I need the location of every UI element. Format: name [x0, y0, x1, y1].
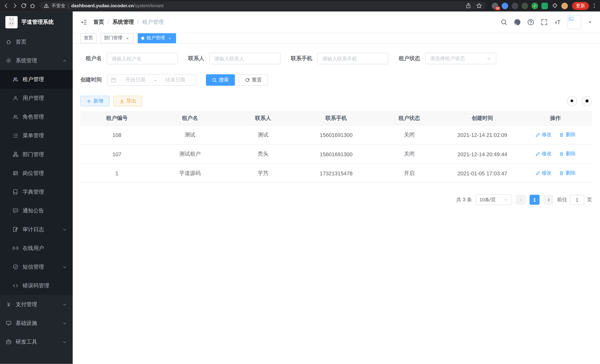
edit-icon	[535, 170, 540, 176]
refresh-table-icon[interactable]	[582, 96, 592, 106]
sidebar-item-notice[interactable]: 通知公告	[0, 201, 73, 220]
sidebar-item-online-users[interactable]: 在线用户	[0, 239, 73, 258]
next-page-button[interactable]	[544, 195, 553, 205]
list-icon	[13, 133, 18, 139]
caret-down-icon[interactable]	[588, 20, 592, 24]
extension-icon-5[interactable]	[541, 2, 548, 9]
sidebar-item-dev-tools[interactable]: 研发工具	[0, 332, 73, 351]
sidebar-item-error-code[interactable]: 错误码管理	[0, 276, 73, 295]
tab-label: 首页	[84, 35, 93, 41]
field-label: 联系人	[188, 55, 205, 62]
export-button[interactable]: 导出	[113, 96, 142, 106]
forward-icon[interactable]	[12, 3, 18, 9]
breadcrumb-home[interactable]: 首页	[93, 19, 104, 25]
breadcrumb-current: 租户管理	[142, 19, 164, 25]
sidebar-item-home[interactable]: 首页	[0, 32, 73, 51]
sidebar-item-menu[interactable]: 菜单管理	[0, 126, 73, 145]
extension-icon-1[interactable]: 10	[492, 2, 498, 9]
sidebar-item-dept[interactable]: 部门管理	[0, 145, 73, 164]
sidebar-item-tenant[interactable]: 租户管理	[0, 70, 73, 89]
goto-page-input[interactable]	[570, 195, 584, 205]
puzzle-extensions-icon[interactable]	[551, 2, 558, 9]
sidebar-item-label: 菜单管理	[23, 132, 67, 139]
url-text: dashboard.yudao.iocoder.cn/system/tenant	[71, 3, 164, 9]
field-status: 租户状态 请选择租户状态	[399, 53, 496, 64]
sidebar-item-sms[interactable]: 短信管理	[0, 258, 73, 276]
sidebar-item-audit-log[interactable]: 审计日志	[0, 220, 73, 239]
extension-icon-3[interactable]	[512, 2, 518, 9]
tab-tenant[interactable]: 租户管理 ×	[138, 33, 176, 43]
tenant-name-input[interactable]	[107, 53, 178, 64]
sidebar-item-payment[interactable]: 支付管理	[0, 295, 73, 314]
table-row: 1 芋道源码 芋艿 17321315478 开启 2021-01-05 17:0…	[80, 164, 592, 183]
column-header: 租户状态	[373, 111, 446, 125]
user-avatar[interactable]	[568, 15, 581, 29]
reload-icon[interactable]	[21, 3, 27, 9]
cell-status: 开启	[373, 164, 446, 183]
total-count: 共 3 条	[456, 196, 472, 203]
browser-menu-icon[interactable]	[592, 3, 597, 9]
date-range-picker[interactable]: 开始日期 - 结束日期	[107, 74, 196, 86]
reset-button[interactable]: 重置	[239, 74, 268, 86]
search-button[interactable]: 搜索	[206, 74, 235, 86]
cell-id: 1	[80, 164, 153, 183]
tab-dept[interactable]: 部门管理 ×	[101, 33, 133, 43]
extension-icon-check[interactable]: ✓	[532, 2, 538, 9]
tags-view: 首页 部门管理 × 租户管理 ×	[73, 33, 600, 44]
close-icon[interactable]: ×	[125, 36, 130, 40]
sidebar-item-infrastructure[interactable]: 基础设施	[0, 314, 73, 332]
search-icon[interactable]	[501, 19, 507, 25]
help-icon[interactable]	[527, 19, 534, 25]
delete-link[interactable]: 删除	[559, 150, 576, 157]
share-icon[interactable]	[465, 3, 471, 9]
tab-home[interactable]: 首页	[80, 33, 96, 43]
contact-input[interactable]	[209, 53, 281, 64]
add-button[interactable]: 新增	[80, 96, 110, 106]
page-number-1[interactable]: 1	[530, 195, 540, 205]
delete-link[interactable]: 删除	[559, 169, 576, 177]
edit-link[interactable]: 修改	[535, 169, 552, 177]
sidebar-item-user[interactable]: 用户管理	[0, 89, 73, 108]
sidebar-item-dict[interactable]: 字典管理	[0, 183, 73, 201]
download-icon	[120, 99, 124, 103]
bookmark-star-icon[interactable]	[476, 3, 482, 9]
delete-link[interactable]: 删除	[559, 131, 576, 138]
signal-icon	[13, 245, 18, 251]
edit-document-icon	[13, 226, 18, 232]
github-icon[interactable]	[514, 19, 521, 25]
sidebar-item-role[interactable]: 角色管理	[0, 108, 73, 126]
font-size-icon[interactable]	[554, 19, 561, 25]
sidebar-item-system[interactable]: 系统管理	[0, 51, 73, 70]
profile-avatar-icon[interactable]	[562, 2, 568, 9]
edit-link[interactable]: 修改	[535, 150, 552, 157]
chrome-update-button[interactable]: 更新	[572, 2, 589, 10]
breadcrumb-system[interactable]: 系统管理	[112, 19, 134, 25]
sidebar-item-label: 系统管理	[16, 57, 58, 64]
chevron-down-icon	[62, 339, 67, 344]
chevron-down-icon	[62, 302, 67, 307]
close-icon[interactable]: ×	[167, 36, 173, 40]
user-icon	[13, 95, 18, 101]
pagination: 共 3 条 10条/页 1 前往 页	[80, 195, 592, 205]
hide-search-icon[interactable]	[567, 96, 577, 106]
phone-input[interactable]	[317, 53, 388, 64]
edit-link[interactable]: 修改	[535, 131, 552, 138]
fullscreen-icon[interactable]	[541, 19, 547, 25]
sidebar-item-post[interactable]: 岗位管理	[0, 164, 73, 183]
page-jumper: 前往 页	[557, 195, 592, 205]
home-icon[interactable]	[29, 3, 36, 9]
status-select[interactable]: 请选择租户状态	[425, 53, 496, 64]
address-bar[interactable]: 不安全 dashboard.yudao.iocoder.cn/system/te…	[40, 1, 486, 10]
back-icon[interactable]	[3, 3, 9, 9]
cell-contact: 芋艿	[226, 164, 300, 183]
refresh-icon	[245, 78, 250, 83]
sidebar-item-label: 用户管理	[23, 95, 67, 102]
sidebar-fold-icon[interactable]	[80, 19, 87, 25]
page-suffix: 页	[587, 196, 592, 203]
extension-icon-2[interactable]	[502, 2, 508, 9]
extension-icon-4[interactable]	[522, 2, 528, 9]
page-size-select[interactable]: 10条/页	[476, 195, 512, 205]
column-header: 联系手机	[300, 111, 373, 125]
prev-page-button[interactable]	[516, 195, 526, 205]
browser-chrome: 不安全 dashboard.yudao.iocoder.cn/system/te…	[0, 0, 600, 11]
